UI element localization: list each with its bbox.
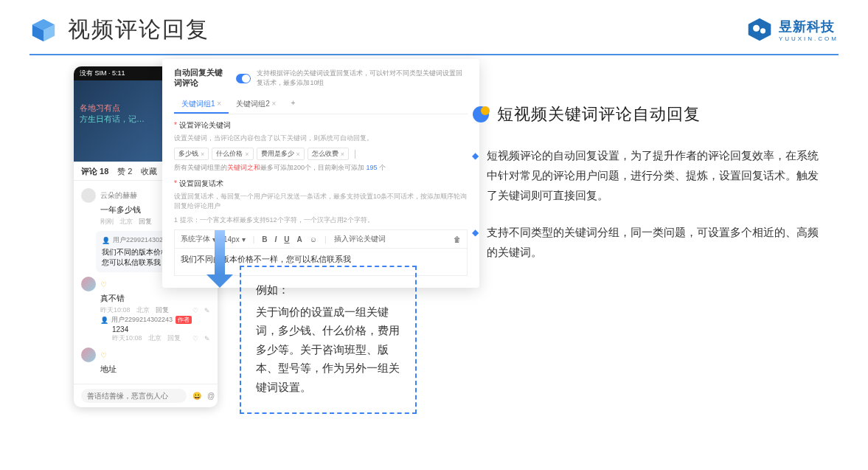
add-group-button[interactable]: + bbox=[286, 96, 299, 114]
italic-button[interactable]: I bbox=[275, 235, 277, 243]
reply-link[interactable]: 回复 bbox=[156, 305, 169, 315]
remove-tag-icon[interactable]: × bbox=[201, 151, 204, 158]
example-box: 例如： 关于询价的设置成一组关键词，多少钱、什么价格，费用多少等。关于咨询班型、… bbox=[240, 266, 417, 414]
reply-link[interactable]: 回复 bbox=[139, 217, 152, 227]
flow-arrow-icon bbox=[206, 230, 233, 288]
keyword-tag[interactable]: 什么价格× bbox=[212, 148, 253, 160]
bullet-item: 支持不同类型的关键词分组，同一类问题，可设置多个相近的、高频的关键词。 bbox=[472, 223, 826, 263]
section-title: 短视频关键词评论自动回复 bbox=[497, 103, 701, 125]
keyword-quota-note: 所有关键词组里的关键词之和最多可添加200个，目前剩余可添加 195 个 bbox=[174, 163, 468, 173]
status-sim: 没有 SIM · 5:11 bbox=[80, 69, 125, 78]
brand-url: YUUXIN.COM bbox=[779, 35, 839, 42]
at-icon[interactable]: @ bbox=[207, 392, 215, 400]
section-dot-icon bbox=[472, 106, 490, 123]
tab-comments[interactable]: 评论 18 bbox=[81, 166, 108, 177]
keyword-tags: 多少钱× 什么价格× 费用是多少× 怎么收费× bbox=[174, 148, 468, 160]
avatar bbox=[81, 277, 96, 291]
brand-block: 昱新科技 YUUXIN.COM bbox=[746, 16, 839, 43]
underline-button[interactable]: U bbox=[284, 235, 289, 243]
compose-bar: 😀 @ ☺ bbox=[74, 384, 218, 407]
bold-button[interactable]: B bbox=[262, 235, 267, 243]
page-title: 视频评论回复 bbox=[68, 15, 209, 45]
emoji-button[interactable]: ☺ bbox=[310, 235, 317, 243]
insert-keyword-button[interactable]: 插入评论关键词 bbox=[334, 234, 386, 244]
remove-tag-icon[interactable]: × bbox=[296, 151, 300, 158]
header-cube-icon bbox=[29, 16, 58, 44]
comment-icon[interactable]: ✎ bbox=[204, 335, 210, 342]
delete-button[interactable]: 🗑 bbox=[454, 235, 461, 243]
switch-label: 自动回复关键词评论 bbox=[174, 68, 230, 89]
keyword-group-tab-2[interactable]: 关键词组2 × bbox=[229, 96, 283, 114]
avatar bbox=[81, 188, 96, 203]
keyword-tag[interactable]: 怎么收费× bbox=[308, 148, 349, 160]
svg-point-7 bbox=[481, 106, 490, 115]
svg-point-5 bbox=[760, 28, 765, 33]
brand-logo-icon bbox=[746, 16, 773, 43]
heart-icon[interactable]: ♡ bbox=[192, 307, 198, 314]
sticker-icon[interactable]: 😀 bbox=[192, 392, 201, 400]
section-reply-title: 设置回复话术 bbox=[174, 179, 468, 189]
bullet-item: 短视频评论的自动回复设置，为了提升作者的评论回复效率，在系统中针对常见的评论用户… bbox=[472, 146, 826, 205]
svg-marker-3 bbox=[749, 18, 771, 41]
compose-input[interactable] bbox=[81, 389, 187, 403]
header-rule bbox=[29, 54, 839, 55]
vip-icon: ♡ bbox=[100, 280, 107, 288]
comment-icon[interactable]: ✎ bbox=[204, 307, 210, 314]
keyword-group-tab-1[interactable]: 关键词组1 × bbox=[174, 96, 229, 114]
tab-fav[interactable]: 收藏 bbox=[141, 166, 157, 177]
tab-likes[interactable]: 赞 2 bbox=[117, 166, 132, 177]
brand-name: 昱新科技 bbox=[779, 18, 839, 35]
reply-link[interactable]: 回复 bbox=[167, 334, 181, 343]
user-icon: 👤 bbox=[100, 317, 108, 324]
comment-item: ♡ 地址 bbox=[81, 348, 210, 375]
keyword-tag[interactable]: 多少钱× bbox=[174, 148, 209, 160]
user-icon: 👤 bbox=[102, 237, 110, 244]
heart-icon[interactable]: ♡ bbox=[192, 335, 198, 342]
remove-tag-icon[interactable]: × bbox=[341, 151, 344, 158]
svg-point-4 bbox=[753, 25, 760, 32]
section-keywords-title: 设置评论关键词 bbox=[174, 120, 468, 131]
color-button[interactable]: A bbox=[297, 235, 302, 243]
avatar bbox=[81, 348, 96, 362]
auto-reply-toggle[interactable] bbox=[236, 74, 251, 83]
keyword-tag[interactable]: 费用是多少× bbox=[257, 148, 305, 160]
remove-tag-icon[interactable]: × bbox=[245, 151, 249, 158]
